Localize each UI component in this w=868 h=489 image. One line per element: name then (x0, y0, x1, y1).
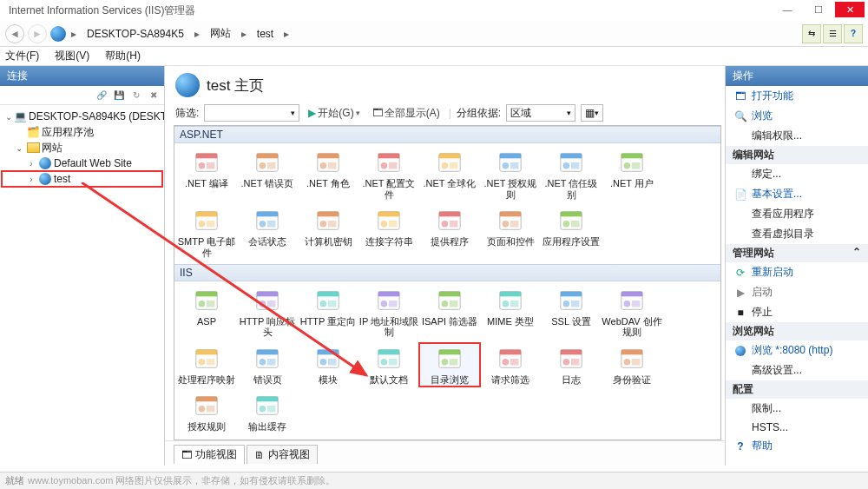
conn-tool-stop-icon[interactable]: ✖ (147, 89, 161, 102)
action-stop[interactable]: ■停止 (726, 302, 868, 322)
tab-features[interactable]: 🗔功能视图 (174, 445, 245, 464)
svg-rect-127 (207, 406, 214, 413)
breadcrumb-site[interactable]: test (252, 26, 279, 42)
tree-test-site[interactable]: › test (2, 171, 162, 187)
menu-file[interactable]: 文件(F) (5, 49, 39, 63)
tree-default-site[interactable]: › Default Web Site (2, 155, 162, 171)
conn-tool-save-icon[interactable]: 💾 (112, 89, 126, 102)
feature-item[interactable]: 错误页 (237, 343, 298, 387)
section-browse-site: 浏览网站 (726, 322, 868, 340)
feature-item[interactable]: 模块 (298, 343, 358, 387)
feature-item[interactable]: WebDAV 创作规则 (602, 285, 662, 340)
action-hsts[interactable]: HSTS... (726, 419, 868, 436)
feature-item[interactable]: HTTP 响应标头 (237, 285, 298, 340)
action-restart[interactable]: ⟳重新启动 (726, 262, 868, 282)
action-browse-8080[interactable]: 浏览 *:8080 (http) (726, 340, 868, 360)
nav-tool-1[interactable]: ⇆ (802, 24, 821, 43)
chevron-down-icon[interactable]: ⌄ (5, 112, 12, 122)
svg-rect-15 (389, 162, 397, 169)
action-advanced[interactable]: 高级设置... (726, 360, 868, 380)
view-mode-select[interactable]: ▦▾ (581, 104, 603, 122)
feature-item[interactable]: SSL 设置 (541, 285, 602, 340)
groupby-select[interactable]: 区域▾ (506, 104, 575, 122)
group-iis[interactable]: IIS (174, 264, 720, 281)
feature-item[interactable]: SMTP 电子邮件 (176, 205, 237, 260)
group-aspnet[interactable]: ASP.NET (174, 126, 720, 143)
chevron-right-icon[interactable]: › (26, 159, 36, 169)
feature-item[interactable]: 页面和控件 (480, 205, 541, 260)
feature-item[interactable]: 身份验证 (602, 343, 662, 387)
feature-label: 处理程序映射 (178, 374, 235, 386)
tree-sites[interactable]: ⌄ 网站 (2, 140, 162, 155)
feature-label: .NET 配置文件 (358, 178, 419, 200)
feature-item[interactable]: .NET 授权规则 (480, 147, 541, 202)
chevron-right-icon[interactable]: › (26, 175, 36, 184)
action-edit-permissions[interactable]: 编辑权限... (726, 126, 868, 146)
svg-rect-83 (510, 301, 518, 307)
breadcrumb-sites[interactable]: 网站 (205, 24, 236, 43)
feature-label: HTTP 响应标头 (237, 316, 298, 338)
nav-back-button[interactable]: ◄ (5, 24, 24, 43)
maximize-button[interactable]: ☐ (804, 2, 833, 17)
action-bindings[interactable]: 绑定... (726, 164, 868, 184)
feature-item[interactable]: .NET 配置文件 (358, 147, 419, 202)
close-button[interactable]: ✕ (835, 2, 865, 17)
feature-item[interactable]: IP 地址和域限制 (358, 285, 419, 340)
action-start[interactable]: ▶启动 (726, 282, 868, 302)
feature-item[interactable]: 会话状态 (237, 205, 298, 260)
conn-tool-connect-icon[interactable]: 🔗 (95, 89, 108, 102)
menu-help[interactable]: 帮助(H) (105, 49, 141, 63)
feature-item[interactable]: MIME 类型 (480, 285, 541, 340)
feature-icon (496, 345, 524, 373)
feature-item[interactable]: .NET 全球化 (419, 147, 480, 202)
breadcrumb-server[interactable]: DESKTOP-SA894K5 (82, 26, 189, 42)
action-open-feature[interactable]: 🗔打开功能 (726, 86, 868, 106)
nav-help[interactable]: ? (844, 24, 863, 43)
feature-item[interactable]: 计算机密钥 (298, 205, 358, 260)
feature-item[interactable]: HTTP 重定向 (298, 285, 358, 340)
feature-item[interactable]: .NET 错误页 (237, 147, 298, 202)
tree-apppools[interactable]: 🗂️ 应用程序池 (2, 124, 162, 140)
site-icon (38, 172, 52, 186)
feature-item[interactable]: .NET 编译 (176, 147, 237, 202)
feature-item[interactable]: 输出缓存 (237, 390, 298, 434)
action-basic-settings[interactable]: 📄基本设置... (726, 184, 868, 204)
feature-item[interactable]: .NET 角色 (298, 147, 358, 202)
feature-item[interactable]: 请求筛选 (480, 343, 541, 387)
feature-item[interactable]: 处理程序映射 (176, 343, 237, 387)
server-icon (50, 26, 66, 42)
feature-icon (436, 207, 464, 235)
showall-button[interactable]: 🗔全部显示(A) (369, 106, 444, 121)
feature-item[interactable]: 应用程序设置 (541, 205, 602, 260)
feature-item[interactable]: ASP (176, 285, 237, 340)
feature-item[interactable]: 目录浏览 (419, 343, 480, 387)
feature-config-editor[interactable] (176, 439, 237, 440)
feature-item[interactable]: .NET 信任级别 (541, 147, 602, 202)
feature-item[interactable]: 连接字符串 (358, 205, 419, 260)
apppool-icon: 🗂️ (26, 125, 40, 139)
action-explore[interactable]: 🔍浏览 (726, 106, 868, 126)
feature-item[interactable]: ISAPI 筛选器 (419, 285, 480, 340)
navbar: ◄ ► ▸ DESKTOP-SA894K5 ▸ 网站 ▸ test ▸ ⇆ ☰ … (0, 21, 868, 47)
conn-tool-refresh-icon[interactable]: ↻ (129, 89, 143, 102)
tab-content[interactable]: 🗎内容视图 (247, 445, 318, 464)
menu-view[interactable]: 视图(V) (55, 49, 89, 63)
feature-item[interactable]: .NET 用户 (602, 147, 662, 202)
svg-point-42 (320, 221, 327, 228)
feature-item[interactable]: 默认文档 (358, 343, 419, 387)
action-limits[interactable]: 限制... (726, 399, 868, 419)
filter-input[interactable]: ▾ (204, 104, 299, 122)
minimize-button[interactable]: — (773, 2, 802, 17)
nav-tool-2[interactable]: ☰ (823, 24, 842, 43)
tree-server[interactable]: ⌄ 💻 DESKTOP-SA894K5 (DESKTOP-SA894K5) (2, 109, 162, 124)
chevron-down-icon[interactable]: ⌄ (14, 143, 24, 153)
go-button[interactable]: ▶开始(G)▾ (305, 106, 363, 121)
feature-item[interactable]: 提供程序 (419, 205, 480, 260)
svg-rect-9 (318, 154, 339, 159)
action-view-apps[interactable]: 查看应用程序 (726, 204, 868, 224)
feature-item[interactable]: 授权规则 (176, 390, 237, 434)
action-help[interactable]: ?帮助 (726, 436, 868, 456)
action-view-vdirs[interactable]: 查看虚拟目录 (726, 224, 868, 244)
nav-forward-button[interactable]: ► (28, 24, 47, 43)
feature-item[interactable]: 日志 (541, 343, 602, 387)
